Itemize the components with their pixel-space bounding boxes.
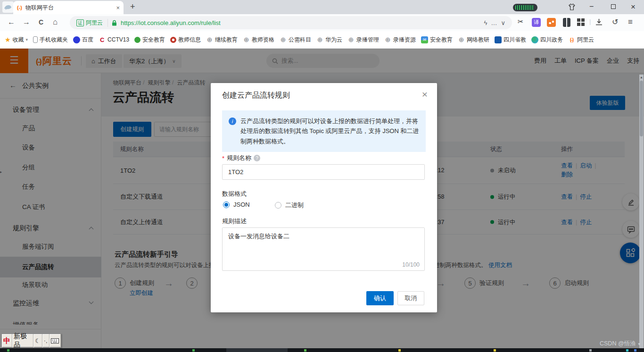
screenshot-scissors-icon[interactable]: ✂ [518, 17, 524, 26]
modal-info-alert: i 云产品流转类型的规则可以对设备上报的数据进行简单处理，并将处理后的数据流转到… [222, 110, 426, 152]
window-close-button[interactable]: × [631, 2, 636, 12]
url-text[interactable]: https://iot.console.aliyun.com/rule/list [121, 19, 480, 26]
ime-fullhalf-moon-icon[interactable]: ☾ [33, 334, 42, 347]
scrollbar-up-arrow[interactable]: ▲ [640, 75, 643, 79]
radio-json[interactable]: JSON [223, 201, 250, 208]
bookmark-item[interactable]: 阿里云 [568, 36, 594, 44]
radio-selected-icon[interactable] [223, 201, 230, 208]
bookmark-item[interactable]: CCTV13 [99, 36, 129, 43]
bookmark-icon [458, 36, 465, 43]
browser-logo-icon[interactable] [2, 1, 14, 13]
taskbar-icon[interactable] [398, 349, 401, 352]
tab-close-icon[interactable]: × [116, 4, 120, 11]
games-icon[interactable] [547, 18, 556, 27]
bookmark-icon [531, 36, 538, 43]
bookmark-item[interactable]: 教师信息 [170, 36, 201, 44]
bookmark-item[interactable]: 继续教育 [206, 36, 238, 44]
translate-icon[interactable]: 译 [532, 18, 541, 27]
rule-desc-textarea[interactable]: 设备一发消息给设备二 [223, 228, 424, 262]
tab-favicon-aliyun: (-) [17, 5, 22, 10]
bookmark-item[interactable]: 四川省教 [495, 36, 526, 44]
more-dots-icon[interactable]: … [491, 19, 497, 26]
bookmark-item[interactable]: 手机收藏夹 [33, 36, 68, 44]
bolt-icon[interactable]: ϟ [484, 19, 487, 26]
bookmarks-bar: ★ 收藏 ▾ 手机收藏夹 百度 CCTV13 安全教育 教师信息 继续教育 [0, 31, 644, 49]
taskbar-icon[interactable] [634, 349, 636, 352]
new-tab-button[interactable]: + [130, 2, 135, 12]
bookmark-item[interactable]: 公需科目 [280, 36, 311, 44]
back-button[interactable]: ← [8, 18, 15, 26]
window-minimize-button[interactable]: − [589, 2, 594, 11]
taskbar-icon[interactable] [626, 349, 628, 352]
bookmark-item[interactable]: 华为云 [316, 36, 342, 44]
bookmark-icon [316, 36, 323, 43]
create-rule-modal: 创建云产品流转规则 × i 云产品流转类型的规则可以对设备上报的数据进行简单处理… [211, 83, 437, 312]
history-undo-icon[interactable]: ↺ [612, 17, 618, 26]
caret-down-icon: ▾ [638, 342, 641, 346]
bookmark-favorites[interactable]: ★ 收藏 ▾ [5, 36, 28, 44]
bookmark-item[interactable]: 百度 [73, 36, 93, 44]
radio-binary[interactable]: 二进制 [275, 201, 304, 210]
site-cert-badge[interactable]: 证 阿里云 [76, 19, 108, 27]
required-asterisk: * [222, 155, 224, 162]
bookmark-item[interactable]: 网络教研 [458, 36, 489, 44]
char-counter: 10/100 [402, 261, 420, 268]
os-taskbar[interactable] [0, 348, 644, 352]
ime-language-mode[interactable]: 中 [2, 334, 12, 347]
bookmark-icon [73, 36, 80, 43]
rule-name-label-row: * 规则名称 ? [222, 154, 260, 162]
dropdown-chevron-icon[interactable]: ∨ [501, 19, 505, 26]
bookmark-icon [421, 36, 428, 43]
modal-close-icon[interactable]: × [422, 89, 428, 100]
star-icon: ★ [5, 36, 11, 43]
csdn-watermark: CSDN @悟渔▾ [600, 340, 640, 348]
caret-down-icon: ▾ [26, 37, 28, 42]
ime-toolbar[interactable]: 中 新极品 ☾ ·‚ [1, 334, 61, 348]
ime-name[interactable]: 新极品 [12, 334, 33, 347]
forward-button[interactable]: → [23, 18, 30, 26]
bookmark-icon [170, 37, 176, 43]
taskbar-icon[interactable] [589, 349, 592, 352]
radio-unselected-icon[interactable] [275, 202, 281, 209]
bookmark-item[interactable]: 录播管理 [347, 36, 379, 44]
rule-desc-label: 规则描述 [222, 217, 247, 226]
bookmark-item[interactable]: 安全教育 [421, 36, 453, 44]
battery-indicator [513, 4, 537, 11]
help-question-icon[interactable]: ? [254, 155, 260, 161]
home-button[interactable]: ⌂ [53, 17, 58, 27]
taskbar-active-app[interactable] [226, 348, 288, 352]
scrollbar-thumb[interactable] [640, 81, 643, 136]
rule-name-input[interactable] [222, 164, 425, 180]
reload-button[interactable]: C [39, 18, 43, 26]
bookmark-icon [495, 36, 502, 43]
ime-punctuation-toggle[interactable]: ·‚ [42, 334, 50, 347]
download-icon[interactable] [595, 18, 603, 26]
reading-mode-icon[interactable] [563, 18, 570, 27]
taskbar-icon[interactable] [304, 349, 306, 352]
bookmark-item[interactable]: 教师资格 [243, 36, 274, 44]
ime-keyboard-icon[interactable] [50, 334, 61, 347]
address-bar[interactable]: 证 阿里云 https://iot.console.aliyun.com/rul… [70, 16, 512, 29]
info-icon: i [229, 117, 236, 125]
toolbar-divider: | [589, 18, 591, 25]
taskbar-icon[interactable] [7, 349, 9, 352]
screen: { "glyphs":{"back":"←","forward":"→","re… [0, 0, 644, 352]
bookmark-item[interactable]: 录播资源 [384, 36, 416, 44]
theme-shirt-icon[interactable] [568, 3, 576, 11]
bookmark-icon [33, 36, 38, 43]
data-format-label: 数据格式 [222, 190, 247, 198]
browser-toolbar: ← → C ⌂ 证 阿里云 https://iot.console.aliyun… [0, 14, 644, 31]
taskbar-icon[interactable] [192, 349, 195, 352]
browser-menu-icon[interactable]: ≡ [628, 17, 633, 27]
extensions-grid-icon[interactable] [577, 18, 585, 26]
window-restore-button[interactable] [611, 2, 616, 11]
browser-tab[interactable]: (-) 物联网平台 × [13, 1, 124, 14]
cancel-button[interactable]: 取消 [397, 291, 424, 305]
bookmark-icon [347, 36, 355, 43]
page-scrollbar[interactable]: ▲ [639, 75, 644, 348]
bookmark-item[interactable]: 安全教育 [134, 36, 165, 44]
confirm-button[interactable]: 确认 [366, 291, 394, 305]
browser-titlebar: (-) 物联网平台 × + − × [0, 0, 644, 14]
taskbar-icon[interactable] [494, 349, 496, 352]
bookmark-item[interactable]: 四川政务 [531, 36, 563, 44]
